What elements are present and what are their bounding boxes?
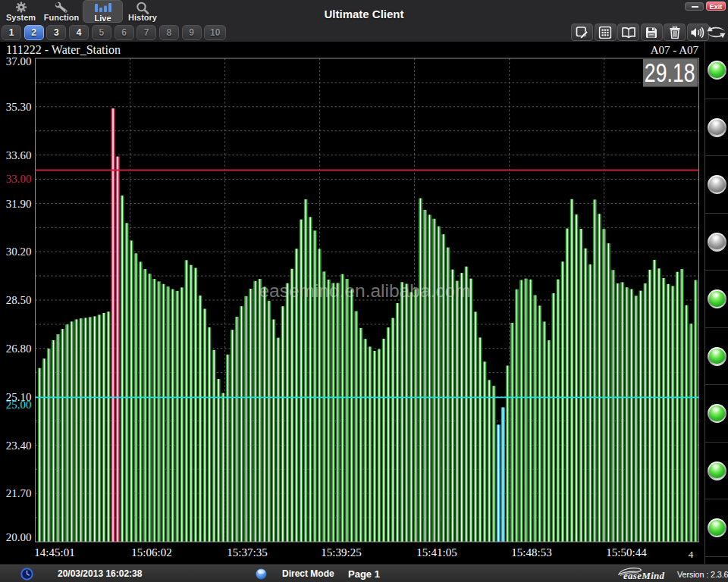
- svg-text:15:37:35: 15:37:35: [227, 546, 267, 559]
- svg-text:25.00: 25.00: [6, 399, 32, 411]
- svg-text:21.70: 21.70: [6, 487, 32, 499]
- svg-text:15:48:53: 15:48:53: [511, 546, 551, 559]
- svg-text:26.80: 26.80: [6, 343, 32, 355]
- svg-text:easeMind: easeMind: [623, 570, 665, 581]
- svg-text:31.90: 31.90: [6, 198, 32, 210]
- svg-text:37.00: 37.00: [6, 55, 32, 67]
- svg-text:20.00: 20.00: [6, 531, 32, 543]
- svg-text:15:50:44: 15:50:44: [606, 546, 647, 559]
- svg-text:14:45:01: 14:45:01: [34, 546, 74, 559]
- svg-text:33.60: 33.60: [6, 149, 32, 161]
- svg-text:29.18: 29.18: [645, 57, 695, 88]
- svg-text:35.30: 35.30: [6, 101, 32, 113]
- svg-text:15:06:02: 15:06:02: [131, 546, 171, 559]
- svg-text:easemind.en.alibaba.com: easemind.en.alibaba.com: [259, 280, 470, 301]
- svg-text:30.20: 30.20: [6, 246, 32, 258]
- svg-text:4: 4: [689, 549, 694, 560]
- svg-text:28.50: 28.50: [6, 294, 32, 306]
- svg-text:23.40: 23.40: [6, 440, 32, 452]
- svg-text:33.00: 33.00: [6, 173, 32, 185]
- svg-text:15:41:05: 15:41:05: [416, 546, 457, 559]
- svg-text:15:39:25: 15:39:25: [321, 546, 361, 559]
